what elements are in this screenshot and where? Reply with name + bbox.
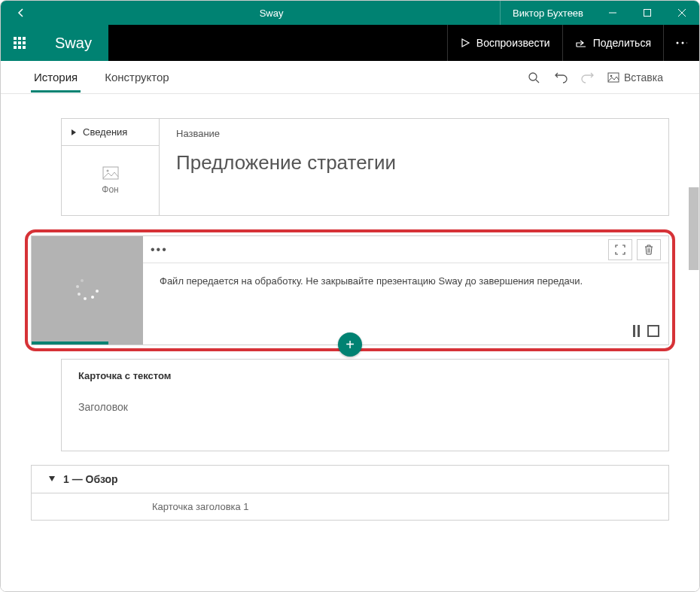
- title-heading[interactable]: Предложение стратегии: [176, 151, 652, 175]
- details-label: Сведения: [83, 126, 127, 138]
- title-card[interactable]: Сведения Фон Название Предложение страте…: [61, 118, 669, 216]
- maximize-button[interactable]: [630, 1, 665, 25]
- svg-point-10: [610, 74, 613, 77]
- play-label: Воспроизвести: [476, 37, 550, 49]
- share-icon: [575, 38, 587, 48]
- brand-label[interactable]: Sway: [38, 25, 108, 61]
- undo-icon: [554, 71, 568, 83]
- focus-button[interactable]: [608, 239, 632, 260]
- insert-label: Вставка: [624, 71, 663, 83]
- trash-icon: [644, 244, 654, 255]
- pause-button[interactable]: [633, 325, 640, 337]
- background-label: Фон: [102, 184, 118, 195]
- share-button[interactable]: Поделиться: [562, 25, 663, 61]
- svg-point-6: [687, 42, 688, 44]
- add-card-button[interactable]: +: [338, 332, 362, 357]
- focus-icon: [615, 244, 625, 255]
- scrollbar[interactable]: [689, 187, 699, 270]
- minimize-button[interactable]: [595, 1, 630, 25]
- delete-button[interactable]: [637, 239, 661, 260]
- search-button[interactable]: [520, 71, 547, 83]
- insert-button[interactable]: Вставка: [601, 71, 669, 83]
- back-button[interactable]: [16, 8, 43, 18]
- card-more-button[interactable]: •••: [151, 243, 168, 257]
- title-field-label: Название: [176, 128, 652, 139]
- chevron-right-icon: [71, 129, 77, 136]
- user-name[interactable]: Виктор Бухтеев: [500, 1, 595, 25]
- app-menubar: Sway Воспроизвести Поделиться: [1, 25, 699, 61]
- image-icon: [607, 72, 619, 83]
- undo-button[interactable]: [547, 71, 574, 83]
- section-card[interactable]: 1 — Обзор Карточка заголовка 1: [31, 465, 669, 521]
- background-picker[interactable]: Фон: [62, 146, 159, 215]
- svg-point-4: [677, 42, 679, 44]
- play-icon: [460, 38, 470, 48]
- window-titlebar: Sway Виктор Бухтеев: [1, 1, 699, 25]
- svg-point-12: [106, 170, 108, 172]
- svg-line-8: [536, 80, 539, 83]
- close-button[interactable]: [665, 1, 699, 25]
- tab-storyline[interactable]: История: [31, 62, 81, 93]
- app-title: Sway: [43, 8, 500, 19]
- play-button[interactable]: Воспроизвести: [447, 25, 562, 61]
- search-icon: [528, 71, 540, 83]
- more-icon: [676, 41, 687, 44]
- text-card-label: Карточка с текстом: [78, 370, 652, 381]
- svg-rect-11: [103, 167, 118, 179]
- card-toolbar: •••: [143, 236, 668, 263]
- text-card[interactable]: Карточка с текстом Заголовок: [61, 359, 669, 451]
- upload-progress: [32, 342, 108, 345]
- tabs-bar: История Конструктор Вставка: [1, 61, 699, 94]
- details-toggle[interactable]: Сведения: [62, 119, 159, 146]
- text-card-heading[interactable]: Заголовок: [78, 401, 652, 413]
- stop-button[interactable]: [647, 325, 659, 337]
- svg-point-7: [529, 73, 537, 80]
- upload-card[interactable]: ••• Файл передается на обработку. Не зак…: [31, 235, 669, 345]
- spinner-icon: [76, 279, 99, 302]
- section-title: 1 — Обзор: [63, 473, 118, 485]
- waffle-icon: [14, 37, 26, 49]
- collapse-icon[interactable]: [48, 475, 56, 483]
- section-sub-card[interactable]: Карточка заголовка 1: [32, 493, 668, 512]
- svg-point-5: [682, 42, 684, 44]
- highlight-annotation: ••• Файл передается на обработку. Не зак…: [25, 229, 675, 351]
- upload-message: Файл передается на обработку. Не закрыва…: [143, 263, 668, 325]
- redo-icon: [581, 71, 595, 83]
- svg-rect-1: [644, 10, 651, 17]
- app-launcher[interactable]: [1, 25, 38, 61]
- more-button[interactable]: [663, 25, 699, 61]
- redo-button[interactable]: [574, 71, 601, 83]
- image-icon: [102, 166, 119, 180]
- storyline-content: Сведения Фон Название Предложение страте…: [1, 94, 699, 591]
- upload-thumbnail: [32, 236, 143, 345]
- share-label: Поделиться: [593, 37, 651, 49]
- tab-design[interactable]: Конструктор: [102, 62, 172, 93]
